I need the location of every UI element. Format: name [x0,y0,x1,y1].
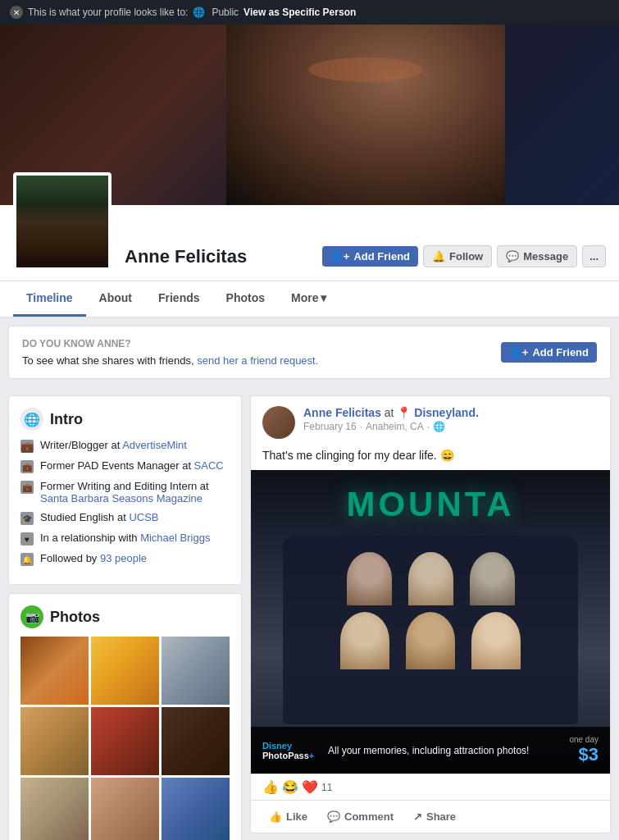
share-button[interactable]: ↗ Share [407,807,462,826]
preview-bar: ✕ This is what your profile looks like t… [0,0,619,25]
post-reactions-bar: 👍 😂 ❤️ 11 [251,774,610,800]
post-header: Anne Felicitas at 📍 Disneyland. February… [251,396,610,449]
post-card: Anne Felicitas at 📍 Disneyland. February… [250,395,611,833]
add-friend-banner-icon: 👤+ [509,346,529,358]
post-img-background: MOUNTA [251,470,610,774]
comment-button[interactable]: 💬 Comment [321,807,400,826]
photo-thumb-1[interactable] [20,637,89,705]
photo-card-icon: 📷 [20,605,43,628]
know-banner-content: DO YOU KNOW ANNE? To see what she shares… [22,338,318,367]
globe-post-icon: 🌐 [433,421,445,432]
intro-item-studied: 🎓 Studied English at UCSB [20,511,230,525]
tab-more[interactable]: More ▾ [278,281,339,317]
photopass-logo: Disney PhotoPass+ [262,741,320,760]
rider-2 [408,552,453,605]
share-icon: ↗ [413,810,422,823]
ride-car [283,536,578,724]
intro-item-relationship: ♥ In a relationship with Michael Briggs [20,532,230,546]
view-as-link[interactable]: View as Specific Person [244,7,356,18]
like-icon: 👍 [269,810,282,823]
haha-reaction: 😂 [282,779,298,795]
photos-grid [20,637,230,840]
intro-item-blogger: 💼 Writer/Blogger at AdvertiseMint [20,439,230,453]
intro-items: 💼 Writer/Blogger at AdvertiseMint 💼 Form… [20,439,230,566]
heart-icon: ♥ [20,532,34,546]
ride-row-1 [299,552,562,605]
profile-section: Anne Felicitas 👤+ Add Friend 🔔 Follow 💬 … [0,25,619,317]
reactions-count: 11 [321,782,332,793]
know-banner-title: DO YOU KNOW ANNE? [22,338,318,349]
advertisemint-link[interactable]: AdvertiseMint [122,439,187,451]
left-column: 🌐 Intro 💼 Writer/Blogger at AdvertiseMin… [8,395,242,840]
close-icon[interactable]: ✕ [10,6,23,19]
right-column: Anne Felicitas at 📍 Disneyland. February… [250,395,611,840]
visibility-label: Public [212,7,239,18]
photo-thumb-8[interactable] [91,778,159,840]
sbsm-link[interactable]: Santa Barbara Seasons Magazine [40,492,203,504]
photo-thumb-4[interactable] [20,707,89,775]
photo-thumb-7[interactable] [20,778,89,840]
intro-title: 🌐 Intro [20,408,230,431]
post-body-text: That's me clinging for my dear life. 😄 [251,449,610,470]
post-author-name: Anne Felicitas at 📍 Disneyland. [303,406,599,419]
tab-timeline[interactable]: Timeline [13,281,86,317]
profile-actions: 👤+ Add Friend 🔔 Follow 💬 Message ... [322,245,606,271]
chevron-down-icon: ▾ [321,291,326,304]
globe-icon: 🌐 [193,7,205,18]
rider-3 [470,552,515,605]
post-image: MOUNTA [251,470,610,774]
tab-friends[interactable]: Friends [145,281,213,317]
sacc-link[interactable]: SACC [194,459,224,472]
photo-thumb-6[interactable] [162,707,230,775]
avatar [13,172,112,271]
photopass-price-block: one day $3 [569,735,599,765]
ucsb-link[interactable]: UCSB [129,511,158,523]
intro-item-intern: 💼 Former Writing and Editing Intern at S… [20,480,230,504]
more-actions-button[interactable]: ... [582,245,606,267]
rider-1 [347,552,392,605]
post-timestamp: February 16 · Anaheim, CA · 🌐 [303,421,599,432]
rider-5 [406,612,455,669]
followers-link[interactable]: 93 people [100,552,147,564]
post-actions-bar: 👍 Like 💬 Comment ↗ Share [251,800,610,833]
preview-text: This is what your profile looks like to: [28,7,188,18]
main-content: 🌐 Intro 💼 Writer/Blogger at AdvertiseMin… [0,387,619,840]
post-author-avatar[interactable] [262,406,295,439]
rider-6 [471,612,521,669]
follow-icon: 🔔 [20,553,34,566]
love-reaction: ❤️ [302,779,318,795]
briefcase-icon-1: 💼 [20,440,34,453]
photo-thumb-3[interactable] [162,637,230,705]
banner-add-friend-button[interactable]: 👤+ Add Friend [501,342,597,363]
post-author-link[interactable]: Anne Felicitas [303,406,381,419]
ride-row-2 [299,612,562,669]
michael-briggs-link[interactable]: Michael Briggs [140,532,210,544]
photo-thumb-2[interactable] [91,637,159,705]
intro-card: 🌐 Intro 💼 Writer/Blogger at AdvertiseMin… [8,395,242,585]
cover-face-overlay [226,25,505,205]
profile-nav: Timeline About Friends Photos More ▾ [0,281,619,317]
message-icon: 💬 [506,250,519,262]
add-friend-button[interactable]: 👤+ Add Friend [322,246,418,267]
comment-icon: 💬 [327,810,340,823]
globe-intro-icon: 🌐 [20,408,43,431]
photopass-banner: Disney PhotoPass+ All your memories, inc… [251,727,610,774]
know-banner-desc: To see what she shares with friends, sen… [22,354,318,367]
message-button[interactable]: 💬 Message [497,245,577,267]
like-reaction: 👍 [262,779,279,795]
post-meta: Anne Felicitas at 📍 Disneyland. February… [303,406,599,432]
briefcase-icon-2: 💼 [20,460,34,473]
follow-button[interactable]: 🔔 Follow [423,245,492,267]
like-button[interactable]: 👍 Like [262,807,314,826]
tab-photos[interactable]: Photos [213,281,278,317]
photo-thumb-9[interactable] [162,778,230,840]
tab-about[interactable]: About [86,281,145,317]
add-friend-icon: 👤+ [330,250,350,262]
photo-thumb-5[interactable] [91,707,159,775]
friend-request-link[interactable]: send her a friend request. [197,354,318,367]
post-location-link[interactable]: Disneyland. [414,406,479,419]
intro-item-followed: 🔔 Followed by 93 people [20,552,230,566]
know-banner: DO YOU KNOW ANNE? To see what she shares… [8,326,611,379]
avatar-image [16,176,108,267]
follow-icon: 🔔 [432,250,445,262]
